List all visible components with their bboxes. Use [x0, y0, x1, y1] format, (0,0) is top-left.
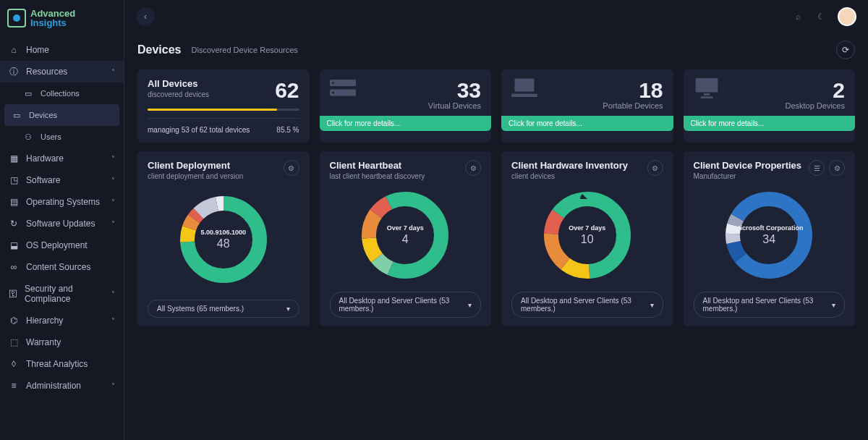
nav-label: Administration	[26, 381, 81, 391]
chart-subtitle: last client heartbeat discovery	[330, 172, 425, 180]
nav-os[interactable]: ▤Operating Systems˅	[0, 191, 124, 213]
nav-resources[interactable]: ⓘResources˄	[0, 61, 124, 82]
nav-users[interactable]: ⚇Users	[0, 126, 124, 148]
nav-collections[interactable]: ▭Collections	[0, 82, 124, 104]
chart-title: Client Deployment	[148, 160, 243, 171]
nav-hierarchy[interactable]: ⌬Hierarchy˅	[0, 310, 124, 331]
filter-dropdown[interactable]: All Desktop and Server Clients (53 membe…	[694, 292, 846, 318]
nav-label: Resources	[26, 67, 67, 77]
summary-count: 18	[603, 78, 663, 103]
sidebar: Advanced Insights ⌂Home ⓘResources˄ ▭Col…	[0, 0, 124, 440]
filter-dropdown[interactable]: All Desktop and Server Clients (53 membe…	[511, 292, 663, 318]
nav-label: Hardware	[26, 153, 64, 164]
chart-row: Client Deployment client deployment and …	[137, 151, 855, 326]
chart-title: Client Hardware Inventory	[511, 160, 628, 171]
details-link[interactable]: Click for more details...	[320, 116, 492, 131]
summary-all-devices: All Devices discovered devices 62 managi…	[137, 69, 310, 143]
nav-security[interactable]: ⚿Security and Compliance˅	[0, 278, 124, 310]
chart-title: Client Heartbeat	[330, 160, 425, 171]
list-button[interactable]: ☰	[809, 160, 825, 176]
chart-card-3: Client Device Properties Manufacturer ☰ …	[684, 151, 856, 326]
dropdown-label: All Systems (65 members.)	[157, 305, 244, 313]
summary-row: All Devices discovered devices 62 managi…	[137, 69, 855, 143]
logo-icon	[7, 9, 26, 28]
chart-card-2: Client Hardware Inventory client devices…	[501, 151, 673, 326]
nav-warranty[interactable]: ⬚Warranty	[0, 331, 124, 353]
nav-updates[interactable]: ↻Software Updates˅	[0, 213, 124, 234]
summary-count: 33	[428, 78, 481, 103]
lock-icon: ⚿	[9, 289, 17, 299]
donut-value: 48	[217, 237, 230, 250]
svg-point-3	[332, 92, 334, 94]
folder-icon: ▭	[23, 88, 33, 98]
home-icon: ⌂	[9, 45, 19, 55]
details-link[interactable]: Click for more details...	[684, 116, 856, 131]
nav-label: Users	[41, 132, 61, 141]
chart-subtitle: Manufacturer	[694, 172, 802, 180]
search-icon[interactable]: ⌕	[791, 10, 804, 23]
summary-sub: discovered devices	[148, 90, 209, 98]
donut-value: 10	[581, 233, 594, 246]
devices-icon: ▭	[12, 110, 22, 120]
summary-count: 62	[275, 78, 299, 103]
gear-button[interactable]: ⚙	[647, 160, 663, 176]
nav-threat[interactable]: ◊Threat Analytics	[0, 353, 124, 375]
summary-virtual-devices[interactable]: 33 Virtual Devices Click for more detail…	[320, 69, 492, 143]
summary-portable-devices[interactable]: 18 Portable Devices Click for more detai…	[501, 69, 673, 143]
nav-label: Home	[26, 45, 49, 55]
nav-admin[interactable]: ≡Administration˅	[0, 375, 124, 397]
brand-logo[interactable]: Advanced Insights	[0, 0, 124, 36]
nav-home[interactable]: ⌂Home	[0, 39, 124, 61]
theme-icon[interactable]: ☾	[814, 10, 827, 23]
nav-content[interactable]: ∞Content Sources	[0, 256, 124, 278]
svg-point-2	[332, 82, 334, 84]
svg-rect-8	[700, 96, 712, 98]
svg-rect-4	[515, 79, 535, 92]
chart-card-0: Client Deployment client deployment and …	[137, 151, 310, 326]
refresh-button[interactable]: ⟳	[836, 41, 855, 59]
sidebar-toggle-button[interactable]: ‹	[136, 7, 155, 26]
chevron-down-icon: ▾	[468, 301, 472, 309]
os-icon: ▤	[9, 197, 19, 207]
nav-label: Warranty	[26, 337, 61, 347]
filter-dropdown[interactable]: All Systems (65 members.) ▾	[148, 300, 299, 318]
server-icon	[330, 78, 356, 98]
summary-desktop-devices[interactable]: 2 Desktop Devices Click for more details…	[684, 69, 856, 143]
gear-button[interactable]: ⚙	[284, 160, 299, 176]
svg-rect-6	[695, 78, 718, 93]
shield-icon: ◊	[9, 359, 19, 369]
tree-icon: ⌬	[9, 316, 19, 326]
donut-chart: Over 7 days 10	[537, 185, 638, 286]
chart-card-1: Client Heartbeat last client heartbeat d…	[320, 151, 492, 326]
tag-icon: ⬚	[9, 337, 19, 347]
donut-label: Over 7 days	[569, 224, 605, 232]
summary-label: Portable Devices	[603, 101, 663, 110]
avatar[interactable]	[838, 7, 856, 26]
dropdown-label: All Desktop and Server Clients (53 membe…	[339, 297, 469, 313]
dropdown-label: All Desktop and Server Clients (53 membe…	[703, 297, 833, 313]
content: All Devices discovered devices 62 managi…	[124, 69, 868, 339]
nav-hardware[interactable]: ▦Hardware˅	[0, 148, 124, 169]
nav-software[interactable]: ◳Software˅	[0, 169, 124, 191]
donut-label: Microsoft Corporation	[735, 224, 804, 232]
chart-subtitle: client devices	[511, 172, 628, 180]
package-icon: ◳	[9, 175, 19, 185]
nav-devices[interactable]: ▭Devices	[4, 104, 119, 126]
progress-fill	[148, 109, 277, 111]
chevron-down-icon: ▾	[832, 301, 835, 309]
gear-button[interactable]: ⚙	[829, 160, 845, 176]
chevron-down-icon: ˅	[111, 177, 115, 185]
update-icon: ↻	[9, 219, 19, 229]
nav-label: Security and Compliance	[25, 284, 104, 304]
chevron-down-icon: ˅	[111, 382, 115, 390]
laptop-icon	[511, 78, 537, 98]
chevron-down-icon: ˅	[111, 290, 115, 298]
gear-button[interactable]: ⚙	[465, 160, 481, 176]
page-subtitle: Discovered Device Resources	[192, 46, 298, 54]
details-link[interactable]: Click for more details...	[501, 116, 673, 131]
filter-dropdown[interactable]: All Desktop and Server Clients (53 membe…	[330, 292, 482, 318]
nav: ⌂Home ⓘResources˄ ▭Collections ▭Devices …	[0, 36, 124, 399]
page-title: Devices	[137, 43, 182, 56]
nav-osdeploy[interactable]: ⬓OS Deployment	[0, 234, 124, 256]
svg-rect-7	[703, 93, 709, 96]
